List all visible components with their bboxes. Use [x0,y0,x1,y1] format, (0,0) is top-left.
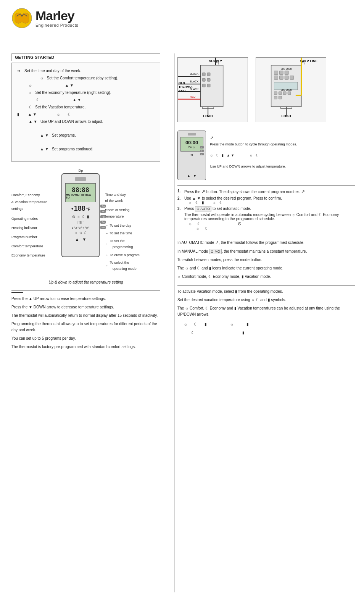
vacation-section: To activate Vacation mode, select ▮ from… [177,285,355,336]
icon-economy: ☾ [82,215,85,219]
section-divider [11,290,160,290]
svg-text:000 0000: 000 0000 [281,68,292,70]
sun-icon-comfort: ☼ [74,231,77,235]
auto-manual-body-1: In AUTOMATIC mode ↗, the thermostat foll… [177,239,355,246]
device-side-buttons: Da Mi Pp De Mo [100,205,106,229]
thermostat-device: 88:88 MOTUWETHFRSA SU • 188 °F ⊙ ☼ ☾ ▮ f… [61,173,100,257]
callout-arrow-4: ← [105,252,109,258]
instruction-line-3: ☼ ▲ ▼ [29,82,155,89]
label-economy-temp: Economy temperature [11,252,45,259]
device-temp-dot: • [71,206,73,212]
mini-btn-3: s [200,153,204,155]
device-temp-unit: °F [86,207,90,211]
svg-text:BLACK: BLACK [190,88,199,90]
section-title: GETTING STARTED [15,55,54,60]
device-program-number: 1ˢ2ˢ3ˢ4ˢ5ˢ [72,226,90,229]
mini-btn-1: s [200,146,204,148]
side-btn-day[interactable]: Da [100,205,106,208]
step-3-text: Press ⊙ AUTO to set automatic mode. [184,206,251,211]
callout-select-mode: To select the operating mode [110,260,137,272]
label-operating: Operating modes [11,215,38,222]
label-comfort: Comfort, Economy& Vacation temperaturese… [11,192,47,212]
body-text-1: Press the ▲ UP arrow to increase tempera… [11,296,160,302]
auto-manual-body-3: To switch between modes, press the mode … [177,257,355,263]
callout-erase-prog: To erase a program [110,252,140,258]
mini-arrows[interactable]: ▲ ▼ [187,174,197,178]
side-btn-min[interactable]: Mi [100,210,106,213]
wiring-diagrams-container: SUPPLY OLD THERMO- STAT BLACK BLACK BLAC… [177,57,355,123]
body-text-6: The thermostat is factory pre-programmed… [11,344,160,350]
moon-icon-comfort: ☾ [84,231,87,235]
vacation-body-4: ☼ ☾ ▮ ☼ ▮ [177,321,355,327]
step-1-text: Press the ↗ button. The display shows th… [184,189,305,194]
label-heating: Heating indicator [11,224,37,231]
svg-rect-16 [207,73,210,76]
mini-screen-time: 00:00 [185,140,198,145]
vacation-body-1: To activate Vacation mode, select ▮ from… [177,289,355,295]
vacation-divider [177,285,355,285]
svg-rect-39 [274,96,277,99]
section-note [11,292,23,293]
svg-rect-20 [207,84,210,87]
device-label-dp: Dp [79,169,83,173]
body-text-2: Press the ▼ DOWN arrow to decrease tempe… [11,304,160,310]
icon-vacation: ▮ [87,215,89,219]
side-btn-del[interactable]: De [100,221,106,224]
diagram-caption: Up & down to adjust the temperature sett… [11,280,160,284]
logo-engineered-text: Engineered Products [35,23,78,27]
mini-arrow-up[interactable]: ▲ [187,174,191,178]
manual-button[interactable]: ⊙ MO [209,249,222,254]
wiring-svg-2: 240 V LINE 000 0000 [256,57,326,122]
wiring-section: SUPPLY OLD THERMO- STAT BLACK BLACK BLAC… [177,57,355,123]
instruction-line-2: ☼ Set the Comfort temperature (day setti… [40,75,155,81]
callout-arrow-2: ← [105,230,109,236]
svg-text:RED: RED [190,95,196,98]
callout-set-prog: To set the programming [110,238,133,250]
svg-rect-19 [202,84,205,87]
auto-manual-body-5: ☼ Comfort mode, ☾ Economy mode, ▮ Vacati… [177,274,355,280]
device-temp-display: • 188 °F [71,205,90,213]
svg-rect-35 [274,92,277,95]
step-1-num: 1. [177,189,183,193]
mini-heat-row: fff [190,153,193,157]
device-temp-value: 188 [74,205,85,213]
svg-rect-26 [274,71,278,75]
mini-thermostat-device: 00:00 24 ☼ fff s s s ▲ ▼ [177,131,206,180]
svg-text:BLACK: BLACK [190,80,199,83]
mini-top-button [188,133,196,135]
svg-rect-17 [202,78,205,81]
step-4-num [177,213,183,217]
mini-side-buttons: s s s [200,146,204,155]
vacation-body-5: ☾ ▮ [177,330,355,336]
instruction-line-4: ☼ Set the Economy temperature (night set… [29,89,155,96]
svg-rect-31 [285,76,288,79]
instruction-line-9: ▲ ▼ Set programs. [40,132,155,139]
callout-set-day: To set the day [110,223,131,229]
side-btn-mode[interactable]: Mo [100,226,106,229]
steps-divider [177,185,355,186]
arrow-up-icon[interactable]: ▲ [75,237,79,242]
auto-manual-section: In AUTOMATIC mode ↗, the thermostat foll… [177,236,355,280]
device-arrows[interactable]: ▲ ▼ [75,237,87,242]
icon-comfort: ☼ [77,215,80,219]
icon-auto: ⊙ [72,215,75,219]
page-divider [174,53,175,592]
mini-btn-2: s [200,150,204,152]
svg-rect-28 [285,71,288,75]
circle-icon: ⊙ [79,231,82,235]
step-4-row: The thermostat will operate in automatic… [177,213,355,231]
auto-button[interactable]: ⊙ AUTO [195,206,211,211]
step-4-text: The thermostat will operate in automatic… [184,213,355,231]
instruction-line-8: ▲ ▼ Use UP and DOWN arrows to adjust. [29,118,155,125]
right-column: SUPPLY OLD THERMO- STAT BLACK BLACK BLAC… [177,53,355,338]
thermostat-device-diagram: Dp 88:88 MOTUWETHFRSA SU • 188 °F ⊙ ☼ ☾ [60,169,101,257]
side-btn-pp[interactable]: Pp [100,215,106,218]
device-mode-icons: ⊙ ☼ ☾ ▮ [72,215,89,219]
steps-section: 1. Press the ↗ button. The display shows… [177,185,355,231]
auto-manual-body-2: In MANUAL mode ⊙ MO, the thermostat main… [177,248,355,255]
arrow-down-icon[interactable]: ▼ [82,237,86,242]
auto-manual-body-4: The ☼ and ☾ and ▮ icons indicate the cur… [177,265,355,271]
mini-arrow-down[interactable]: ▼ [193,174,197,178]
svg-text:000 0000: 000 0000 [281,89,292,91]
step-2-text: Use ▲ ▼ to select the desired program. P… [184,196,282,205]
